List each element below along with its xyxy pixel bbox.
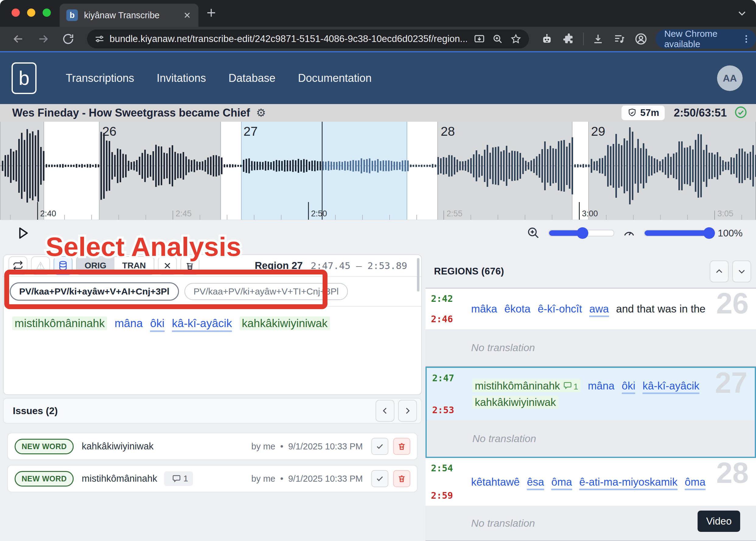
transcript-word[interactable]: mâna <box>114 317 143 329</box>
transcript-word[interactable]: ôma <box>685 476 705 490</box>
minimize-window-button[interactable] <box>27 9 35 17</box>
url-text[interactable]: bundle.kiyanaw.net/transcribe-edit/242c9… <box>110 33 467 44</box>
transcript-word[interactable]: ê-kî-ohcît <box>538 303 582 314</box>
media-controls-icon[interactable] <box>613 33 626 45</box>
forward-icon[interactable] <box>37 32 50 46</box>
back-icon[interactable] <box>12 32 25 46</box>
nav-item-documentation[interactable]: Documentation <box>298 72 372 85</box>
tab-original[interactable]: ORIG <box>77 257 114 274</box>
zoom-page-icon[interactable] <box>492 33 503 45</box>
ruler-minor-tick <box>10 215 11 220</box>
nav-item-transcriptions[interactable]: Transcriptions <box>66 72 134 85</box>
transcript-word[interactable]: mistihkômâninahk <box>12 316 107 330</box>
waveform-panel[interactable]: 26272829 2:402:452:502:553:003:05 <box>0 122 756 220</box>
analysis-database-button[interactable] <box>54 256 72 275</box>
chrome-update-button[interactable]: New Chrome available <box>656 29 756 49</box>
downloads-icon[interactable] <box>592 33 604 45</box>
issue-row[interactable]: NEW WORDkahkâkiwiyiniwakby me•9/1/2025 1… <box>7 433 417 460</box>
browser-tab[interactable]: b kiyânaw Transcribe <box>60 4 199 27</box>
transcript-word[interactable]: ôki <box>622 380 635 394</box>
profile-icon[interactable] <box>634 32 648 46</box>
region-item-content: 2:542:59kêtahtawê êsa ôma ê-ati-ma-miyos… <box>425 458 756 506</box>
site-settings-icon[interactable] <box>94 34 105 44</box>
play-button[interactable] <box>15 225 30 241</box>
transcript-word[interactable]: êkota <box>504 303 530 314</box>
new-tab-button[interactable] <box>205 6 218 19</box>
transcript-word[interactable]: kâ-kî-ayâcik <box>642 380 699 394</box>
transcript-word[interactable]: kahkâkiwiyiniwak <box>240 316 330 330</box>
nav-item-invitations[interactable]: Invitations <box>157 72 206 85</box>
issues-next-button[interactable] <box>398 400 417 422</box>
region-transcript[interactable]: mistihkômâninahk mâna ôki kâ-kî-ayâcik k… <box>4 307 421 394</box>
regions-next-button[interactable] <box>732 261 751 282</box>
ruler-major-tick <box>173 211 173 220</box>
url-bar[interactable]: bundle.kiyanaw.net/transcribe-edit/242c9… <box>87 30 529 48</box>
analysis-option[interactable]: PV/kaa+PV/ki+ayâw+V+TI+Cnj+3Pl <box>185 283 348 300</box>
delete-region-button[interactable] <box>181 256 199 275</box>
playback-speed-slider[interactable] <box>644 230 710 237</box>
issues-prev-button[interactable] <box>376 400 394 422</box>
transcript-word[interactable]: mâna <box>588 380 614 392</box>
regions-prev-button[interactable] <box>710 261 729 282</box>
text-line: mistihkômâninahk1 mâna ôki kâ-kî-ayâcik <box>472 380 712 392</box>
bookmark-star-icon[interactable] <box>510 33 522 45</box>
app-logo[interactable]: b <box>12 62 37 94</box>
playback-speed-icon[interactable] <box>622 226 636 240</box>
region-list-item-27[interactable]: 2:472:53mistihkômâninahk1 mâna ôki kâ-kî… <box>425 367 756 458</box>
waveform-canvas[interactable] <box>0 122 756 220</box>
tab-favicon: b <box>66 9 78 21</box>
deselect-region-button[interactable] <box>158 256 177 275</box>
ruler-minor-tick <box>64 215 65 220</box>
resolve-issue-button[interactable] <box>371 438 388 455</box>
transcript-word[interactable]: ôki <box>150 317 164 332</box>
transcript-word[interactable]: mâka <box>471 303 497 314</box>
ruler-minor-tick <box>254 215 255 220</box>
transcript-word[interactable]: kêtahtawê <box>471 476 520 488</box>
resolve-issue-button[interactable] <box>371 470 388 487</box>
region-list-item-26[interactable]: 2:422:46mâka êkota ê-kî-ohcît awa and th… <box>425 288 756 367</box>
region-item-times: 2:472:53 <box>427 368 472 420</box>
robot-extension-icon[interactable] <box>540 33 553 45</box>
browser-menu-dots-icon[interactable] <box>741 33 752 44</box>
issues-warning-button[interactable]: ⚠ <box>31 256 50 275</box>
editor-scrollbar[interactable] <box>417 258 419 291</box>
transcript-word[interactable]: kâ-kî-ayâcik <box>172 317 232 332</box>
issue-comment-chip[interactable]: 1 <box>164 471 193 486</box>
install-app-icon[interactable] <box>473 33 485 45</box>
zoom-in-icon[interactable] <box>526 226 540 240</box>
region-editor-column: ⚠ ORIG TRAN Reg <box>3 255 422 492</box>
user-avatar[interactable]: AA <box>717 65 743 91</box>
close-window-button[interactable] <box>12 9 20 17</box>
region-item-text[interactable]: kêtahtawê êsa ôma ê-ati-ma-miyoskamik ôm… <box>471 458 756 506</box>
video-toggle-button[interactable]: Video <box>698 511 740 532</box>
issue-row[interactable]: NEW WORDmistihkômâninahk1by me•9/1/2025 … <box>7 465 417 492</box>
transcript-word[interactable]: and that was in the <box>616 303 705 314</box>
replay-region-button[interactable] <box>9 256 27 275</box>
transcript-word[interactable]: ê-ati-ma-miyoskamik <box>579 476 677 490</box>
analysis-option[interactable]: PV/kaa+PV/ki+ayâw+V+AI+Cnj+3Pl <box>10 282 179 300</box>
transcript-word[interactable]: ôma <box>551 476 572 490</box>
maximize-window-button[interactable] <box>43 9 51 17</box>
database-icon <box>58 260 69 271</box>
playhead-cursor[interactable] <box>322 122 323 220</box>
region-label: Region 27 <box>255 260 303 271</box>
delete-issue-button[interactable] <box>393 470 410 487</box>
settings-gear-icon[interactable]: ⚙ <box>256 107 266 119</box>
waveform-zoom-slider[interactable] <box>548 230 614 237</box>
region-item-text[interactable]: mistihkômâninahk1 mâna ôki kâ-kî-ayâcik … <box>472 368 755 420</box>
region-item-text[interactable]: mâka êkota ê-kî-ohcît awa and that was i… <box>471 288 756 329</box>
delete-issue-button[interactable] <box>393 438 410 455</box>
nav-item-database[interactable]: Database <box>229 72 276 85</box>
transcript-word[interactable]: êsa <box>527 476 544 490</box>
transcript-word[interactable]: awa <box>589 303 609 317</box>
tab-close-icon[interactable] <box>183 11 192 20</box>
transcript-word[interactable]: kahkâkiwiyiniwak <box>472 395 558 409</box>
transcript-word[interactable]: mistihkômâninahk1 <box>472 379 581 392</box>
reload-icon[interactable] <box>62 32 75 46</box>
tab-translation[interactable]: TRAN <box>114 257 154 274</box>
duration-badge: 57m <box>621 106 665 120</box>
tab-search-chevron-icon[interactable] <box>736 7 748 19</box>
toolbar-divider <box>583 33 584 45</box>
duration-text: 57m <box>640 107 659 118</box>
extensions-puzzle-icon[interactable] <box>562 33 575 45</box>
